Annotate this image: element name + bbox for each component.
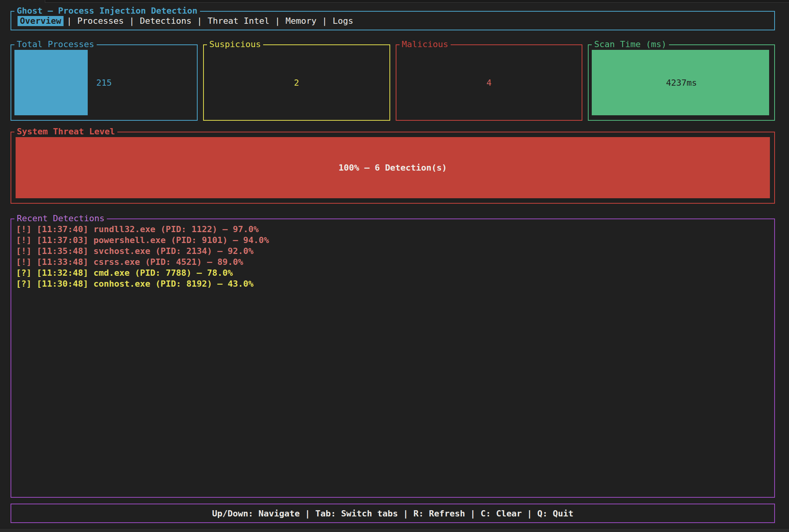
total-processes-value: 215 <box>14 50 194 115</box>
threat-level-panel: System Threat Level 100% — 6 Detection(s… <box>11 132 775 204</box>
stats-row: Total Processes 215 Suspicious 2 Malicio… <box>11 44 775 121</box>
window-chrome-bottom-edge <box>0 528 789 532</box>
tab-separator: | <box>194 16 205 26</box>
status-bar: Up/Down: Navigate | Tab: Switch tabs | R… <box>11 504 775 523</box>
tab-logs[interactable]: Logs <box>330 16 356 26</box>
suspicious-value: 2 <box>207 50 386 115</box>
list-item[interactable]: [?] [11:32:48] cmd.exe (PID: 7788) — 78.… <box>16 268 774 278</box>
malicious-gauge: 4 <box>400 50 579 115</box>
malicious-value: 4 <box>400 50 579 115</box>
tab-separator: | <box>126 16 137 26</box>
list-item[interactable]: [!] [11:37:40] rundll32.exe (PID: 1122) … <box>16 224 774 235</box>
stat-title-malicious: Malicious <box>400 39 451 49</box>
window-chrome-edge <box>45 0 789 3</box>
tab-separator: | <box>319 16 330 26</box>
list-item[interactable]: [?] [11:30:48] conhost.exe (PID: 8192) —… <box>16 278 774 289</box>
scan-time-value: 4237ms <box>592 50 771 115</box>
tab-separator: | <box>64 16 75 26</box>
list-item[interactable]: [!] [11:37:03] powershell.exe (PID: 9101… <box>16 235 774 246</box>
tab-threat-intel[interactable]: Threat Intel <box>205 16 272 26</box>
list-item[interactable]: [!] [11:35:48] svchost.exe (PID: 2134) —… <box>16 246 774 257</box>
scan-time-gauge: 4237ms <box>592 50 771 115</box>
tab-memory[interactable]: Memory <box>283 16 319 26</box>
keyboard-shortcuts-hint: Up/Down: Navigate | Tab: Switch tabs | R… <box>212 509 573 518</box>
stat-title-suspicious: Suspicious <box>207 39 263 49</box>
tab-overview[interactable]: Overview <box>18 16 64 26</box>
threat-level-title: System Threat Level <box>14 127 117 137</box>
recent-detections-panel: Recent Detections [!] [11:37:40] rundll3… <box>11 218 775 498</box>
list-item[interactable]: [!] [11:33:48] csrss.exe (PID: 4521) — 8… <box>16 257 774 268</box>
total-processes-gauge: 215 <box>14 50 194 115</box>
suspicious-gauge: 2 <box>207 50 386 115</box>
tab-separator: | <box>272 16 283 26</box>
stat-title-scan-time: Scan Time (ms) <box>592 39 669 49</box>
stat-panel-suspicious: Suspicious 2 <box>203 44 390 121</box>
terminal-screen: Ghost — Process Injection Detection Over… <box>0 0 789 532</box>
threat-level-gauge: 100% — 6 Detection(s) <box>16 137 770 198</box>
stat-panel-total-processes: Total Processes 215 <box>11 44 198 121</box>
tab-processes[interactable]: Processes <box>75 16 126 26</box>
recent-detections-title: Recent Detections <box>14 213 107 224</box>
threat-level-value: 100% — 6 Detection(s) <box>16 137 770 198</box>
stat-panel-malicious: Malicious 4 <box>396 44 583 121</box>
tab-bar-panel: Ghost — Process Injection Detection Over… <box>11 11 775 30</box>
tab-detections[interactable]: Detections <box>138 16 194 26</box>
detection-list: [!] [11:37:40] rundll32.exe (PID: 1122) … <box>11 219 774 289</box>
stat-panel-scan-time: Scan Time (ms) 4237ms <box>588 44 775 121</box>
app-title: Ghost — Process Injection Detection <box>14 6 200 16</box>
stat-title-total-processes: Total Processes <box>14 39 97 49</box>
